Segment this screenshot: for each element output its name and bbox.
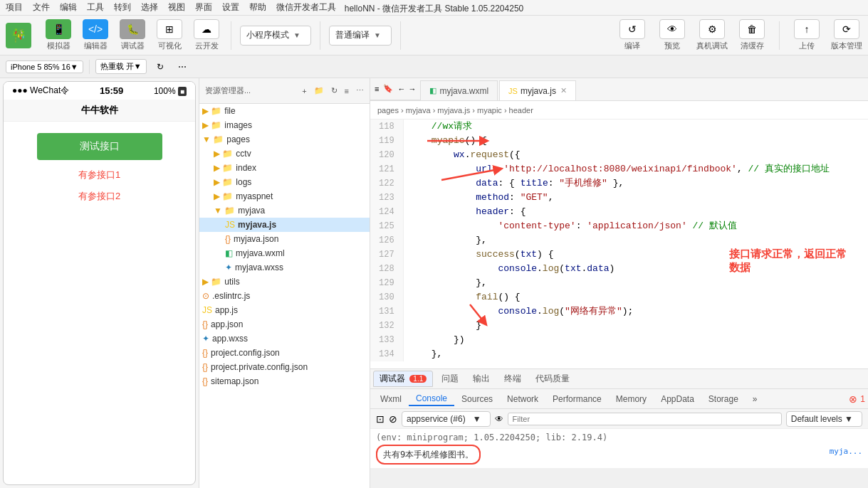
console-tab-storage[interactable]: Storage — [701, 393, 746, 405]
tab-close-icon[interactable]: ✕ — [560, 86, 567, 95]
mode-dropdown[interactable]: 小程序模式 ▼ — [240, 26, 311, 46]
separator4 — [779, 21, 780, 50]
tree-item-images[interactable]: ▶ 📁 images — [199, 118, 370, 132]
tree-item-myaspnet[interactable]: ▶ 📁 myaspnet — [199, 189, 370, 203]
phone-time: 15:59 — [100, 85, 123, 96]
version-button[interactable]: ⟳ 版本管理 — [831, 19, 862, 51]
test-interface-button[interactable]: 测试接口 — [37, 133, 162, 160]
menu-bar: 项目 文件 编辑 工具 转到 选择 视图 界面 设置 帮助 微信开发者工具 he… — [0, 0, 868, 16]
menu-interface[interactable]: 界面 — [195, 1, 212, 14]
phone-nav-bar: 牛牛软件 — [4, 100, 195, 122]
code-lines: 118 119 120 121 122 123 124 125 126 127 … — [370, 120, 868, 361]
devtools-tab-output[interactable]: 输出 — [466, 371, 497, 386]
bookmark-icon[interactable]: 🔖 — [383, 84, 393, 93]
interface-link1[interactable]: 有参接口1 — [78, 169, 120, 181]
device-selector[interactable]: iPhone 5 85% 16▼ — [6, 60, 83, 73]
wxml-tab-icon: ◧ — [429, 86, 436, 95]
folder-icon: ▶ 📁 — [214, 149, 233, 159]
tree-item-cctv[interactable]: ▶ 📁 cctv — [199, 147, 370, 161]
code-line-133: }) — [409, 333, 862, 347]
tree-item-file[interactable]: ▶ 📁 file — [199, 104, 370, 118]
menu-goto[interactable]: 转到 — [114, 1, 131, 14]
tree-item-app-json[interactable]: {} app.json — [199, 317, 370, 331]
filter-icon[interactable]: ⊘ — [389, 413, 397, 425]
menu-select[interactable]: 选择 — [141, 1, 158, 14]
compile-dropdown[interactable]: 普通编译 ▼ — [329, 26, 392, 46]
interface-link2[interactable]: 有参接口2 — [78, 190, 120, 203]
devtools-tab-code-quality[interactable]: 代码质量 — [528, 371, 577, 386]
collapse-icon[interactable]: ≡ — [345, 87, 349, 95]
simulator-button[interactable]: 📱 模拟器 — [43, 19, 74, 51]
error-icon: ⊗ — [849, 393, 857, 405]
tab-js-label: myjava.js — [521, 86, 556, 96]
filter-input[interactable] — [508, 413, 782, 425]
visible-button[interactable]: ⊞ 可视化 — [154, 19, 185, 51]
code-line-134: }, — [409, 347, 862, 361]
context-selector[interactable]: appservice (#6) ▼ — [402, 411, 491, 427]
real-debug-button[interactable]: ⚙ 真机调试 — [696, 19, 728, 51]
hamburger-icon[interactable]: ≡ — [375, 85, 379, 93]
tab-myjava-wxml[interactable]: ◧ myjava.wxml — [420, 80, 498, 100]
tree-item-myjava[interactable]: ▼ 📁 myjava — [199, 203, 370, 218]
hot-reload-button[interactable]: 热重载 开▼ — [95, 59, 147, 74]
new-folder-icon[interactable]: 📁 — [314, 86, 324, 95]
file-tree-toolbar: 资源管理器... + 📁 ↻ ≡ ⋯ — [199, 78, 370, 104]
menu-project[interactable]: 项目 — [6, 1, 23, 14]
more-button[interactable]: ⋯ — [174, 60, 191, 73]
console-eye-icon[interactable]: 👁 — [495, 414, 503, 424]
menu-edit[interactable]: 编辑 — [60, 1, 77, 14]
tree-item-sitemap[interactable]: {} sitemap.json — [199, 374, 370, 388]
tree-item-project-config[interactable]: {} project.config.json — [199, 346, 370, 360]
upload-label: 上传 — [799, 41, 815, 51]
debugger-button[interactable]: 🐛 调试器 — [117, 19, 148, 51]
phone-status-bar: ●●● WeChat令 15:59 100% ■ — [4, 82, 195, 100]
console-tab-network[interactable]: Network — [500, 393, 545, 405]
preview-button[interactable]: 👁 预览 — [657, 19, 688, 51]
tree-item-utils[interactable]: ▶ 📁 utils — [199, 275, 370, 289]
tree-item-myjava-js[interactable]: JS myjava.js — [199, 218, 370, 232]
code-editor[interactable]: 118 119 120 121 122 123 124 125 126 127 … — [370, 120, 868, 368]
cloud-button[interactable]: ☁ 云开发 — [191, 19, 222, 51]
tree-item-logs[interactable]: ▶ 📁 logs — [199, 175, 370, 189]
menu-settings[interactable]: 设置 — [222, 1, 239, 14]
menu-view[interactable]: 视图 — [168, 1, 185, 14]
console-tab-appdata[interactable]: AppData — [654, 393, 701, 405]
tree-item-myjava-json[interactable]: {} myjava.json — [199, 232, 370, 246]
devtools-tab-issues[interactable]: 问题 — [434, 371, 466, 386]
devtools-label[interactable]: 调试器 1.1 — [373, 371, 433, 387]
console-tab-wxml[interactable]: Wxml — [373, 393, 409, 405]
console-tab-performance[interactable]: Performance — [545, 393, 609, 405]
console-tab-memory[interactable]: Memory — [609, 393, 654, 405]
console-tab-more[interactable]: » — [746, 393, 765, 405]
back-icon[interactable]: ← — [397, 85, 405, 93]
menu-file[interactable]: 文件 — [33, 1, 50, 14]
console-tab-console[interactable]: Console — [409, 392, 454, 406]
editor-button[interactable]: </> 编辑器 — [80, 19, 111, 51]
tree-item-project-private-config[interactable]: {} project.private.config.json — [199, 360, 370, 374]
refresh-button[interactable]: ↻ — [152, 60, 168, 73]
tree-item-app-js[interactable]: JS app.js — [199, 303, 370, 317]
hot-reload-label: 热重载 开▼ — [100, 61, 142, 72]
menu-tools[interactable]: 工具 — [87, 1, 104, 14]
tree-item-index[interactable]: ▶ 📁 index — [199, 161, 370, 175]
clear-console-icon[interactable]: ⊡ — [376, 413, 385, 425]
console-tab-sources[interactable]: Sources — [454, 393, 500, 405]
tree-item-myjava-wxml[interactable]: ◧ myjava.wxml — [199, 246, 370, 260]
tab-myjava-js[interactable]: JS myjava.js ✕ — [499, 80, 576, 100]
devtools-tab-terminal[interactable]: 终端 — [497, 371, 528, 386]
levels-dropdown[interactable]: Default levels ▼ — [786, 411, 862, 427]
tree-item-myjava-wxss[interactable]: ✦ myjava.wxss — [199, 260, 370, 275]
tree-item-eslint[interactable]: ⊙ .eslintrc.js — [199, 289, 370, 303]
menu-help[interactable]: 帮助 — [249, 1, 266, 14]
tree-item-app-wxss[interactable]: ✦ app.wxss — [199, 331, 370, 346]
compile-button[interactable]: ↺ 编译 — [617, 19, 648, 51]
add-file-icon[interactable]: + — [302, 87, 306, 95]
tree-item-pages[interactable]: ▼ 📁 pages — [199, 132, 370, 147]
refresh-tree-icon[interactable]: ↻ — [331, 86, 338, 95]
more-tree-icon[interactable]: ⋯ — [356, 86, 364, 95]
clean-button[interactable]: 🗑 清缓存 — [736, 19, 768, 51]
menu-wechat-dev[interactable]: 微信开发者工具 — [276, 1, 336, 14]
console-file-link[interactable]: myja... — [830, 445, 862, 459]
upload-button[interactable]: ↑ 上传 — [791, 19, 822, 51]
forward-icon[interactable]: → — [408, 85, 416, 93]
